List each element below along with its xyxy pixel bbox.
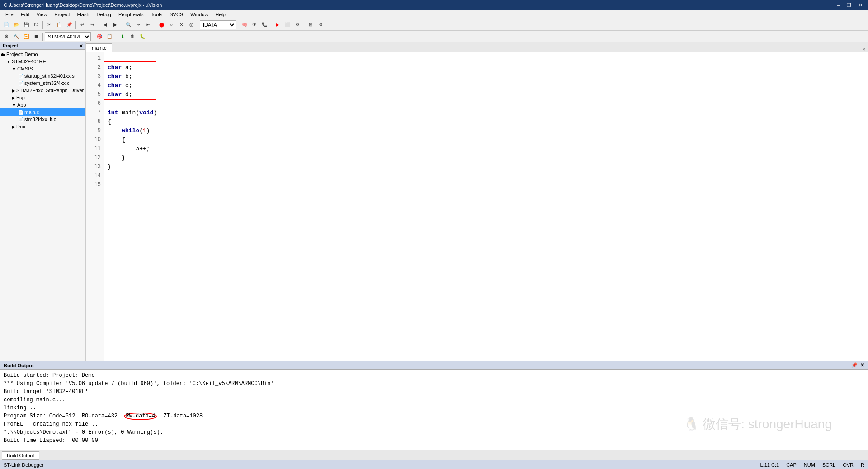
clr-bkpt-btn[interactable]: ◎ (187, 20, 196, 29)
line-num-7: 7 (86, 108, 104, 117)
bkpt-btn[interactable]: ⬤ (157, 20, 166, 29)
statusbar-cap: CAP (786, 462, 797, 468)
dbg-start-btn[interactable]: ▶ (273, 20, 282, 29)
manage-btn[interactable]: 📋 (105, 32, 114, 41)
outdent-btn[interactable]: ⇤ (144, 20, 153, 29)
toolbar-1: 📄 📂 💾 🖫 ✂ 📋 📌 ↩ ↪ ◀ ▶ 🔍 ⇥ ⇤ ⬤ ○ ✕ ◎ IDAT… (0, 19, 868, 31)
build-output-title: Build Output (4, 363, 34, 368)
mem-view-btn[interactable]: 🧠 (240, 20, 249, 29)
tree-app[interactable]: ▼ App (0, 101, 85, 108)
restore-button[interactable]: ❐ (845, 2, 853, 8)
tree-it[interactable]: 📄 stm32f4xx_it.c (0, 116, 85, 123)
save-btn[interactable]: 💾 (22, 20, 31, 29)
code-editor[interactable]: 1 2 3 4 5 6 7 8 9 10 11 12 13 14 15 (86, 52, 868, 361)
tree-bsp[interactable]: ▶ Bsp (0, 94, 85, 101)
ena-bkpt-btn[interactable]: ○ (167, 20, 176, 29)
bottom-tab-build-output[interactable]: Build Output (2, 451, 39, 460)
find-btn[interactable]: 🔍 (124, 20, 133, 29)
stop-build-btn[interactable]: ⏹ (32, 32, 41, 41)
menu-debug[interactable]: Debug (93, 11, 115, 18)
code-line-11: a++; (108, 145, 864, 154)
line-num-12: 12 (86, 154, 104, 163)
dbg-stop-btn[interactable]: ⬜ (283, 20, 292, 29)
dbg-reset-btn[interactable]: ↺ (293, 20, 302, 29)
menu-edit[interactable]: Edit (17, 11, 33, 18)
copy-btn[interactable]: 📋 (55, 20, 64, 29)
menu-flash[interactable]: Flash (74, 11, 93, 18)
code-content[interactable]: char a; char b; char c; char d; int main… (104, 52, 868, 361)
tree-startup[interactable]: 📄 startup_stm32f401xx.s (0, 72, 85, 80)
stdperiph-label: STM32F4xx_StdPeriph_Driver (16, 88, 84, 93)
statusbar-right: L:11 C:1 CAP NUM SCRL OVR R (760, 462, 864, 468)
code-line-13: } (108, 163, 864, 172)
tree-mainc[interactable]: 📄 main.c (0, 108, 85, 116)
call-btn[interactable]: 📞 (260, 20, 269, 29)
rw-highlight: RW-data=4 (124, 413, 157, 420)
watch-btn[interactable]: 👁 (250, 20, 259, 29)
output-line-8: ".\\Objects\Demo.axf" - 0 Error(s), 0 Wa… (4, 428, 864, 436)
target-icon: ▼ (6, 59, 11, 64)
tree-target[interactable]: ▼ STM32F401RE (0, 58, 85, 65)
redo-btn[interactable]: ↪ (88, 20, 97, 29)
project-icon: 🖿 (1, 52, 5, 57)
editor-close-button[interactable]: ✕ (859, 46, 868, 52)
menu-peripherals[interactable]: Peripherals (115, 11, 147, 18)
undo-btn[interactable]: ↩ (78, 20, 87, 29)
tree-cmsis[interactable]: ▼ CMSIS (0, 65, 85, 72)
view-toggle-btn[interactable]: ⊞ (306, 20, 315, 29)
line-num-10: 10 (86, 136, 104, 145)
save-all-btn[interactable]: 🖫 (32, 20, 41, 29)
menu-project[interactable]: Project (51, 11, 73, 18)
app-label: App (17, 102, 26, 108)
dis-bkpt-btn[interactable]: ✕ (177, 20, 186, 29)
app-icon: ▼ (12, 103, 16, 108)
target-select[interactable]: STM32F401RE (45, 32, 91, 41)
close-button[interactable]: ✕ (857, 2, 864, 8)
tree-stdperiph[interactable]: ▶ STM32F4xx_StdPeriph_Driver (0, 87, 85, 94)
build-output-close[interactable]: ✕ (860, 362, 864, 368)
code-line-5: char d; (108, 90, 864, 99)
code-line-3: char b; (108, 72, 864, 81)
nav-back-btn[interactable]: ◀ (101, 20, 110, 29)
bottom-panel: Build Output 📌 ✕ Build started: Project:… (0, 361, 868, 460)
line-num-6: 6 (86, 99, 104, 108)
nav-fwd-btn[interactable]: ▶ (111, 20, 120, 29)
line-num-4: 4 (86, 81, 104, 90)
minimize-button[interactable]: – (835, 2, 841, 8)
statusbar-scrl: SCRL (822, 462, 835, 468)
cut-btn[interactable]: ✂ (45, 20, 54, 29)
tree-system[interactable]: 📄 system_stm32f4xx.c (0, 80, 85, 87)
translate-btn[interactable]: ⚙ (2, 32, 11, 41)
rebuild-btn[interactable]: 🔁 (22, 32, 31, 41)
menu-window[interactable]: Window (187, 11, 212, 18)
paste-btn[interactable]: 📌 (65, 20, 74, 29)
open-btn[interactable]: 📂 (12, 20, 21, 29)
build-output-pin[interactable]: 📌 (851, 362, 858, 368)
menu-svcs[interactable]: SVCS (166, 11, 187, 18)
tab-bar: main.c ✕ (86, 42, 868, 52)
start-debug-btn[interactable]: 🐛 (138, 32, 147, 41)
build-btn[interactable]: 🔨 (12, 32, 21, 41)
output-line-3: Build target 'STM32F401RE' (4, 388, 864, 396)
menu-help[interactable]: Help (212, 11, 229, 18)
download-btn[interactable]: ⬇ (118, 32, 127, 41)
tab-mainc[interactable]: main.c (86, 43, 112, 52)
new-file-btn[interactable]: 📄 (2, 20, 11, 29)
menu-tools[interactable]: Tools (147, 11, 166, 18)
target-options-btn[interactable]: 🎯 (95, 32, 104, 41)
line-num-2: 2 (86, 63, 104, 72)
menu-view[interactable]: View (33, 11, 51, 18)
project-panel-close[interactable]: ✕ (79, 43, 83, 48)
sep4 (122, 21, 122, 29)
tree-doc[interactable]: ▶ Doc (0, 123, 85, 130)
settings-btn[interactable]: ⚙ (316, 20, 325, 29)
idata-select[interactable]: IDATA (200, 20, 236, 29)
indent-btn[interactable]: ⇥ (134, 20, 143, 29)
menu-file[interactable]: File (2, 11, 17, 18)
it-icon: 📄 (18, 117, 24, 122)
editor-area: main.c ✕ 1 2 3 4 5 6 7 8 9 10 11 12 (86, 42, 868, 361)
code-line-8: { (108, 117, 864, 127)
tree-project-root[interactable]: 🖿 Project: Demo (0, 51, 85, 58)
output-line-6: Program Size: Code=512 RO-data=432 RW-da… (4, 412, 864, 420)
erase-btn[interactable]: 🗑 (128, 32, 137, 41)
